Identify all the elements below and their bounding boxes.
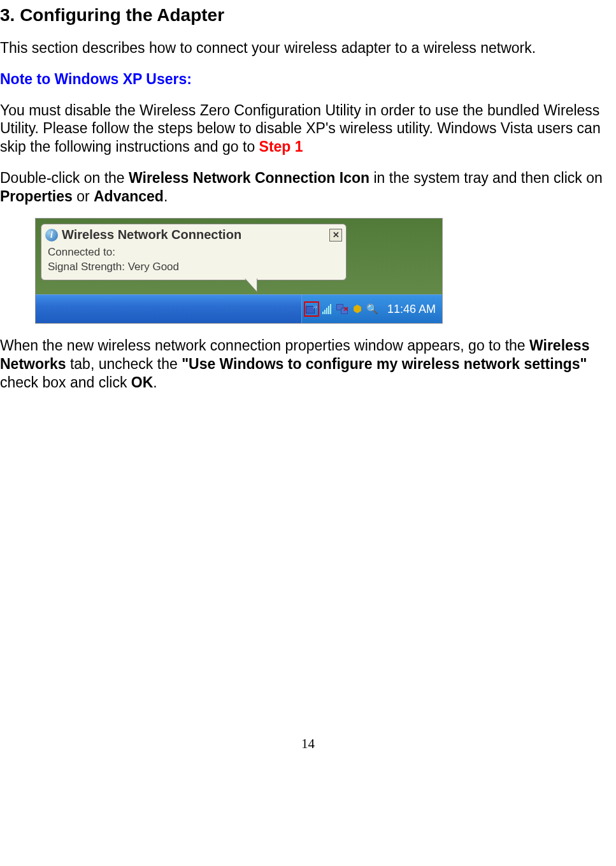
properties-text: Properties (0, 188, 73, 205)
info-icon: i (45, 229, 58, 242)
search-icon[interactable]: 🔍 (367, 303, 378, 315)
instruction-paragraph-2: When the new wireless network connection… (0, 336, 616, 391)
text: Double-click on the (0, 170, 129, 186)
screenshot-tray-balloon: i Wireless Network Connection ✕ Connecte… (35, 218, 443, 324)
tray-clock[interactable]: 11:46 AM (387, 302, 436, 317)
step-1-text: Step 1 (259, 138, 303, 155)
balloon-title: Wireless Network Connection (62, 227, 329, 243)
intro-paragraph: This section describes how to connect yo… (0, 39, 616, 57)
balloon-signal-strength: Signal Strength: Very Good (48, 260, 340, 275)
section-heading: 3. Configuring the Adapter (0, 4, 616, 26)
note-body: You must disable the Wireless Zero Confi… (0, 101, 616, 156)
text: . (164, 188, 168, 205)
security-shield-icon[interactable]: ⬢ (352, 303, 363, 315)
use-windows-checkbox-text: "Use Windows to configure my wireless ne… (182, 356, 587, 372)
text: in the system tray and then click on (369, 170, 603, 186)
note-title: Note to Windows XP Users: (0, 70, 616, 89)
text: or (73, 188, 94, 205)
system-tray: ›› × ⬢ 🔍 11:46 AM (301, 295, 442, 323)
balloon-header: i Wireless Network Connection ✕ (41, 224, 346, 244)
ok-button-text: OK (131, 374, 154, 391)
signal-bars-icon[interactable] (321, 303, 333, 315)
network-disconnected-icon[interactable]: × (336, 303, 348, 315)
text: When the new wireless network connection… (0, 337, 529, 354)
wireless-tray-icon[interactable]: ›› (306, 303, 317, 315)
balloon-body: Connected to: Signal Strength: Very Good (41, 244, 346, 280)
taskbar: ›› × ⬢ 🔍 11:46 AM (36, 294, 442, 323)
wireless-icon-name: Wireless Network Connection Icon (129, 170, 369, 186)
instruction-paragraph-1: Double-click on the Wireless Network Con… (0, 169, 616, 206)
notification-balloon[interactable]: i Wireless Network Connection ✕ Connecte… (41, 224, 347, 280)
advanced-text: Advanced (94, 188, 164, 205)
page-number: 14 (0, 735, 616, 752)
text: tab, uncheck the (66, 356, 182, 372)
balloon-connected-to: Connected to: (48, 245, 340, 260)
text: . (153, 374, 157, 391)
text: check box and click (0, 374, 131, 391)
close-icon[interactable]: ✕ (329, 229, 342, 242)
